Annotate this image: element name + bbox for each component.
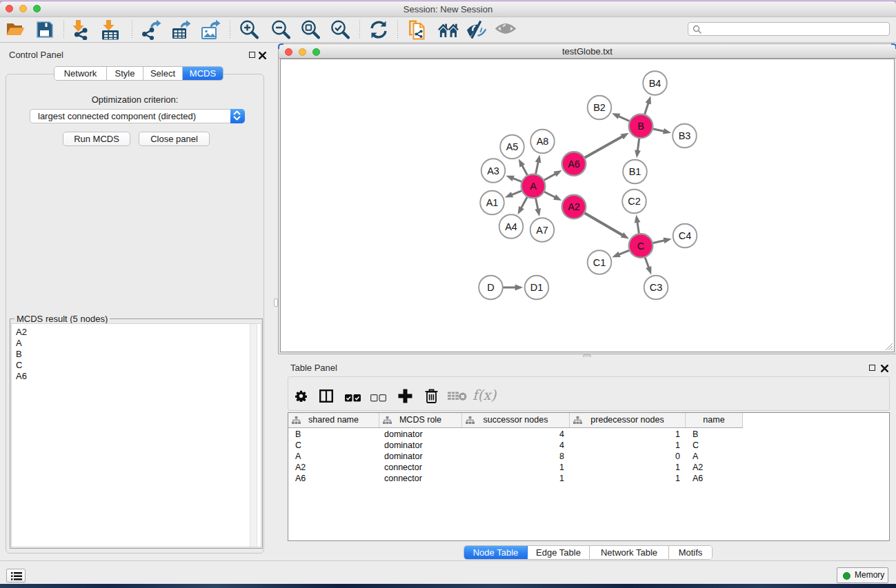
- table-cell: connector: [379, 462, 462, 473]
- select-all-checkboxes-icon[interactable]: [345, 392, 361, 405]
- tab-motifs[interactable]: Motifs: [669, 546, 712, 559]
- column-header-name[interactable]: name: [686, 413, 743, 427]
- function-builder-icon[interactable]: f(x): [472, 386, 499, 407]
- table-cell: 4: [462, 429, 570, 440]
- close-panel-icon[interactable]: [259, 52, 266, 59]
- table-row[interactable]: A6connector11A6: [288, 473, 889, 484]
- import-table-icon[interactable]: [99, 19, 119, 40]
- home-icon[interactable]: [438, 19, 459, 40]
- network-graph: B4B2BB3A5A8A6A3B1AA1C2A2A4A7C4CC1C3DD1: [281, 59, 895, 352]
- mcds-result-title: MCDS result (5 nodes): [14, 314, 110, 324]
- table-row[interactable]: A2connector11A2: [288, 462, 889, 473]
- graph-node-label: A4: [505, 221, 517, 232]
- close-panel-icon[interactable]: [881, 365, 888, 372]
- save-session-icon[interactable]: [34, 19, 55, 40]
- run-mcds-button[interactable]: Run MCDS: [63, 132, 130, 146]
- scrollbar[interactable]: [250, 324, 257, 547]
- network-canvas[interactable]: B4B2BB3A5A8A6A3B1AA1C2A2A4A7C4CC1C3DD1: [280, 59, 895, 352]
- graph-node-label: D1: [530, 282, 544, 293]
- table-cell: 1: [570, 440, 686, 451]
- table-cell: A: [686, 451, 743, 462]
- import-network-icon[interactable]: [69, 19, 90, 40]
- search-icon: [693, 25, 702, 34]
- table-row[interactable]: Cdominator41C: [288, 440, 889, 451]
- status-bar: Memory: [0, 560, 896, 584]
- table-cell: C: [686, 440, 743, 451]
- task-history-button[interactable]: [6, 569, 26, 582]
- export-image-icon[interactable]: [201, 19, 221, 40]
- tab-node-table[interactable]: Node Table: [464, 546, 528, 559]
- tab-style[interactable]: Style: [107, 67, 143, 80]
- node-table[interactable]: shared nameMCDS rolesuccessor nodesprede…: [288, 412, 890, 541]
- toolbar-separator: [230, 21, 230, 39]
- graph-node-label: B4: [649, 78, 661, 89]
- split-columns-icon[interactable]: [319, 389, 333, 405]
- column-header-shared-name[interactable]: shared name: [288, 413, 379, 427]
- mcds-result-list[interactable]: A2ABCA6: [11, 323, 261, 547]
- export-network-icon[interactable]: [141, 19, 162, 40]
- refresh-icon[interactable]: [368, 19, 389, 40]
- tab-network-table[interactable]: Network Table: [590, 546, 669, 559]
- graph-edge-arrowhead: [612, 252, 620, 257]
- window-title: Session: New Session: [0, 1, 896, 17]
- resize-grip-icon[interactable]: [884, 342, 893, 351]
- focus-corner: [278, 43, 283, 49]
- mcds-result-item[interactable]: C: [12, 360, 261, 371]
- export-table-icon[interactable]: [171, 19, 192, 40]
- graph-node-label: A6: [568, 159, 580, 170]
- table-row[interactable]: Adominator80A: [288, 451, 889, 462]
- graph-node-label: C4: [679, 230, 692, 241]
- close-panel-button[interactable]: Close panel: [139, 132, 210, 146]
- add-column-icon[interactable]: [398, 389, 412, 406]
- network-view-window: testGlobe.txt B4B2BB3A5A8A6A3B1AA1C2A2A4…: [278, 43, 896, 354]
- graph-node-label: C1: [593, 257, 606, 268]
- graph-node-label: A8: [537, 136, 549, 147]
- mcds-result-item[interactable]: A2: [12, 327, 261, 338]
- table-settings-icon[interactable]: [295, 390, 307, 405]
- table-row[interactable]: Bdominator41B: [288, 429, 889, 440]
- tab-edge-table[interactable]: Edge Table: [528, 546, 590, 559]
- graph-node-label: D: [487, 282, 494, 293]
- mcds-result-item[interactable]: A: [12, 338, 261, 349]
- tab-mcds[interactable]: MCDS: [183, 67, 223, 80]
- open-session-icon[interactable]: [5, 19, 26, 40]
- control-panel: Control Panel NetworkStyleSelectMCDS Opt…: [0, 43, 270, 560]
- tab-network[interactable]: Network: [54, 67, 107, 80]
- memory-button[interactable]: Memory: [837, 567, 888, 583]
- float-panel-icon[interactable]: [869, 365, 875, 371]
- graph-edge-arrowhead: [664, 238, 672, 244]
- hide-selected-icon[interactable]: [466, 19, 487, 40]
- main-toolbar: [0, 17, 896, 43]
- table-cell: 1: [570, 473, 686, 484]
- graph-node-label: C2: [628, 196, 641, 207]
- column-header-successor-nodes[interactable]: successor nodes: [462, 413, 570, 427]
- float-panel-icon[interactable]: [249, 52, 255, 58]
- table-cell: 1: [462, 462, 570, 473]
- tab-select[interactable]: Select: [143, 67, 183, 80]
- toolbar-separator: [397, 21, 398, 39]
- zoom-out-icon[interactable]: [270, 19, 291, 40]
- graph-edge-arrowhead: [506, 176, 514, 181]
- zoom-selected-icon[interactable]: [330, 19, 350, 40]
- zoom-in-icon[interactable]: [239, 19, 259, 40]
- delete-table-icon[interactable]: [448, 391, 467, 404]
- graph-edge-arrowhead: [535, 154, 541, 163]
- table-toolbar: f(x): [288, 376, 890, 411]
- unselect-all-checkboxes-icon[interactable]: [370, 392, 386, 405]
- table-panel-title: Table Panel: [290, 363, 337, 373]
- mcds-result-item[interactable]: A6: [12, 371, 261, 382]
- control-panel-tabs: NetworkStyleSelectMCDS: [54, 66, 223, 81]
- delete-columns-icon[interactable]: [425, 389, 438, 406]
- show-all-icon[interactable]: [495, 19, 516, 40]
- clone-network-icon[interactable]: [407, 19, 428, 40]
- search-input[interactable]: [688, 22, 890, 36]
- table-panel: Table Panel: [279, 357, 896, 560]
- table-cell: 1: [570, 429, 686, 440]
- mcds-result-item[interactable]: B: [12, 349, 261, 360]
- criterion-dropdown[interactable]: largest connected component (directed): [30, 109, 245, 123]
- zoom-fit-icon[interactable]: [300, 19, 321, 40]
- column-header-predecessor-nodes[interactable]: predecessor nodes: [570, 413, 686, 427]
- column-header-MCDS-role[interactable]: MCDS role: [379, 413, 462, 427]
- graph-edge-arrowhead: [505, 192, 513, 197]
- graph-edge-arrowhead: [519, 159, 525, 167]
